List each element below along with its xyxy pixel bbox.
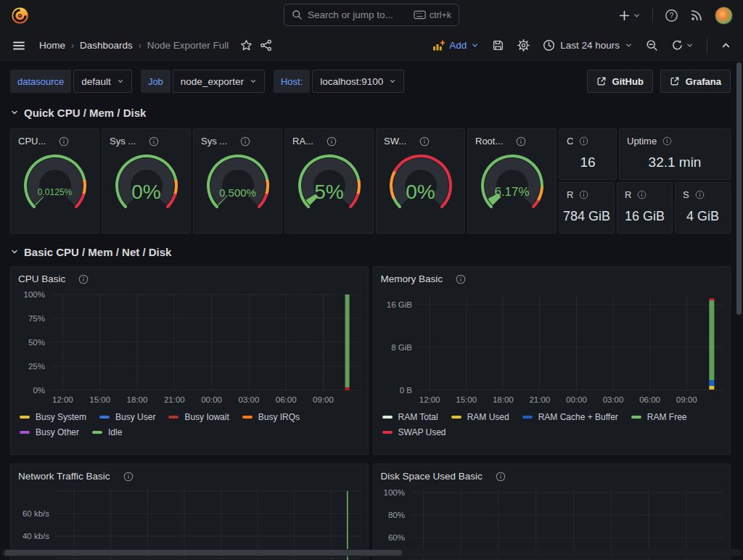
legend-item-ram-total[interactable]: RAM Total bbox=[382, 412, 438, 422]
panel-header[interactable]: R bbox=[617, 183, 672, 202]
gauge-arc bbox=[15, 151, 95, 212]
info-icon[interactable] bbox=[123, 472, 134, 482]
user-avatar[interactable] bbox=[715, 7, 733, 25]
info-icon[interactable] bbox=[419, 136, 430, 147]
panel-header[interactable]: Disk Space Used Basic bbox=[374, 464, 731, 483]
chevron-down-icon bbox=[625, 41, 633, 49]
legend-label: RAM Free bbox=[647, 412, 687, 422]
panel-header[interactable]: Sys ... bbox=[194, 129, 282, 148]
grafana-logo-icon bbox=[10, 6, 30, 25]
panel-title: Memory Basic bbox=[381, 273, 443, 284]
info-icon[interactable] bbox=[516, 136, 526, 147]
panel-header[interactable]: Root... bbox=[468, 129, 556, 148]
grafana-link-button[interactable]: Grafana bbox=[660, 70, 731, 93]
panel-header[interactable]: Network Traffic Basic bbox=[11, 464, 368, 483]
info-icon[interactable] bbox=[240, 136, 250, 147]
svg-text:8 GiB: 8 GiB bbox=[391, 343, 412, 352]
svg-text:16 GiB: 16 GiB bbox=[386, 300, 411, 309]
legend-swatch bbox=[382, 416, 393, 419]
stat-value: 784 GiB bbox=[559, 209, 614, 233]
new-button[interactable] bbox=[618, 9, 641, 22]
info-icon[interactable] bbox=[637, 190, 646, 199]
host-select[interactable]: localhost:9100 bbox=[312, 70, 404, 93]
section-quick-cpu-mem-disk[interactable]: Quick CPU / Mem / Disk bbox=[10, 104, 731, 120]
legend-item-busy-iowait[interactable]: Busy Iowait bbox=[168, 412, 229, 422]
search-input[interactable]: Search or jump to... ctrl+k bbox=[284, 4, 459, 26]
info-icon[interactable] bbox=[456, 274, 466, 284]
legend-item-busy-user[interactable]: Busy User bbox=[99, 412, 155, 422]
menu-button[interactable] bbox=[12, 38, 26, 53]
panel-header[interactable]: CPU Basic bbox=[11, 267, 368, 286]
info-icon[interactable] bbox=[78, 274, 89, 284]
share-icon bbox=[260, 39, 272, 52]
save-dashboard-button[interactable] bbox=[492, 39, 504, 52]
legend-item-busy-irqs[interactable]: Busy IRQs bbox=[242, 412, 300, 422]
job-select[interactable]: node_exporter bbox=[173, 70, 265, 93]
horizontal-scrollbar[interactable] bbox=[1, 549, 742, 556]
info-icon[interactable] bbox=[579, 136, 588, 146]
add-button[interactable]: Add bbox=[432, 40, 479, 52]
help-button[interactable]: ? bbox=[665, 9, 678, 22]
panel-header[interactable]: Uptime bbox=[620, 129, 730, 148]
panel-header[interactable]: CPU... bbox=[11, 129, 99, 148]
legend-item-ram-used[interactable]: RAM Used bbox=[451, 412, 509, 422]
dashboard-settings-button[interactable] bbox=[517, 39, 530, 52]
github-link-button[interactable]: GitHub bbox=[587, 70, 653, 93]
zoom-out-time-button[interactable] bbox=[646, 39, 658, 52]
gauge-value: 0.500% bbox=[219, 186, 256, 199]
panel-header[interactable]: C bbox=[559, 129, 616, 148]
panel-header[interactable]: R bbox=[559, 183, 614, 202]
job-value: node_exporter bbox=[181, 76, 244, 87]
info-icon[interactable] bbox=[149, 136, 159, 147]
info-icon[interactable] bbox=[662, 136, 672, 146]
time-range-picker[interactable]: Last 24 hours bbox=[543, 39, 633, 52]
info-icon[interactable] bbox=[59, 136, 69, 147]
share-button[interactable] bbox=[260, 39, 272, 52]
info-icon[interactable] bbox=[579, 190, 588, 199]
legend-item-busy-other[interactable]: Busy Other bbox=[20, 427, 79, 437]
legend-item-ram-cache-buffer[interactable]: RAM Cache + Buffer bbox=[522, 412, 618, 422]
news-button[interactable] bbox=[690, 9, 703, 22]
legend-item-ram-free[interactable]: RAM Free bbox=[631, 412, 687, 422]
panel-title: R bbox=[625, 189, 631, 200]
legend-item-swap-used[interactable]: SWAP Used bbox=[382, 427, 446, 437]
panel-title: Root... bbox=[475, 136, 503, 147]
panel-header[interactable]: RA... bbox=[285, 129, 373, 148]
info-icon[interactable] bbox=[327, 136, 337, 147]
variable-datasource: datasource default bbox=[10, 70, 132, 93]
favorite-button[interactable] bbox=[240, 39, 253, 52]
chart-body: 100%75%50%25%0%12:0015:0018:0021:0000:00… bbox=[11, 286, 368, 411]
panel-header[interactable]: Sys ... bbox=[102, 129, 190, 148]
panel-disk-space-used-basic: Disk Space Used Basic 100%80%60% bbox=[373, 464, 731, 560]
chevron-down-icon bbox=[10, 247, 19, 256]
datasource-select[interactable]: default bbox=[73, 70, 132, 93]
panel-title: R bbox=[567, 189, 573, 200]
memory-basic-chart[interactable]: 16 GiB8 GiB0 B12:0015:0018:0021:0000:000… bbox=[377, 287, 726, 411]
refresh-button[interactable] bbox=[671, 39, 694, 52]
legend-item-busy-system[interactable]: Busy System bbox=[20, 412, 86, 422]
panel-header[interactable]: Memory Basic bbox=[374, 267, 731, 286]
stat-value: 32.1 min bbox=[620, 155, 730, 179]
section-basic-cpu-mem-net-disk[interactable]: Basic CPU / Mem / Net / Disk bbox=[10, 244, 731, 260]
legend-label: Busy Iowait bbox=[184, 412, 229, 422]
panel-header[interactable]: SW... bbox=[377, 129, 464, 148]
svg-text:25%: 25% bbox=[28, 362, 45, 371]
star-icon bbox=[240, 39, 253, 52]
info-icon[interactable] bbox=[695, 190, 705, 199]
grafana-logo[interactable] bbox=[10, 6, 30, 25]
gauge: 0.0125% bbox=[15, 151, 95, 212]
collapse-toolbar-button[interactable] bbox=[721, 40, 731, 51]
horizontal-scrollbar-thumb[interactable] bbox=[4, 550, 402, 556]
info-icon[interactable] bbox=[496, 472, 506, 482]
chart-body: 16 GiB8 GiB0 B12:0015:0018:0021:0000:000… bbox=[374, 286, 731, 411]
panel-header[interactable]: S bbox=[676, 183, 730, 202]
legend-item-idle[interactable]: Idle bbox=[92, 427, 122, 437]
breadcrumb-home[interactable]: Home bbox=[39, 40, 65, 51]
gauge-value: 0% bbox=[131, 181, 160, 204]
breadcrumb-separator: › bbox=[139, 41, 141, 51]
panel-title: Sys ... bbox=[201, 136, 227, 147]
gauge: 0% bbox=[381, 151, 461, 212]
cpu-basic-chart[interactable]: 100%75%50%25%0%12:0015:0018:0021:0000:00… bbox=[14, 287, 364, 411]
vertical-scrollbar-thumb[interactable] bbox=[736, 62, 742, 315]
breadcrumb-dashboards[interactable]: Dashboards bbox=[80, 40, 133, 51]
